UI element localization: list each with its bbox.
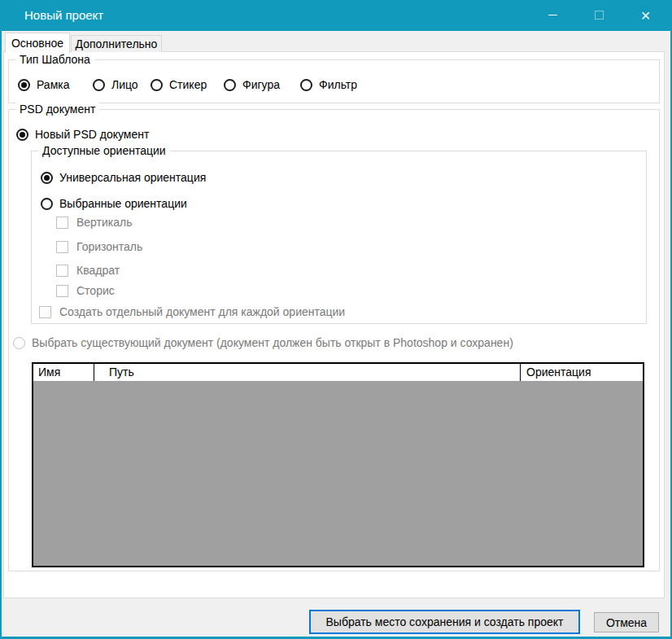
radio-label: Выбрать существующий документ (документ …	[32, 336, 513, 349]
psd-document-group-title: PSD документ	[15, 103, 99, 116]
radio-template-face[interactable]: Лицо	[93, 77, 138, 92]
radio-template-sticker[interactable]: Стикер	[151, 77, 207, 92]
checkbox-label: Горизонталь	[76, 240, 142, 253]
radio-icon	[300, 79, 312, 91]
radio-icon	[41, 198, 53, 210]
checkbox-label: Сторис	[76, 284, 115, 297]
checkbox-icon	[56, 241, 68, 253]
checkbox-icon	[56, 285, 68, 297]
tab-page-main: Тип Шаблона Рамка Лицо Стикер Фигура Фил…	[3, 51, 665, 598]
documents-table: Имя Путь Ориентация	[32, 362, 644, 567]
cancel-button[interactable]: Отмена	[594, 612, 659, 632]
radio-label: Выбранные ориентации	[59, 197, 187, 210]
close-button[interactable]: ×	[622, 0, 669, 30]
column-header-orientation[interactable]: Ориентация	[521, 364, 643, 381]
radio-template-filter[interactable]: Фильтр	[300, 77, 357, 92]
checkbox-square: Квадрат	[56, 263, 120, 278]
checkbox-separate-document: Создать отдельный документ для каждой ор…	[39, 304, 345, 319]
radio-label: Новый PSD документ	[35, 128, 149, 141]
window-controls: ×	[530, 0, 669, 30]
radio-label: Фильтр	[319, 78, 357, 91]
template-type-group-title: Тип Шаблона	[15, 53, 94, 66]
checkbox-horizontal: Горизонталь	[56, 239, 142, 254]
template-type-group: Тип Шаблона Рамка Лицо Стикер Фигура Фил…	[8, 59, 660, 103]
radio-existing-document: Выбрать существующий документ (документ …	[13, 335, 513, 350]
radio-new-psd-document[interactable]: Новый PSD документ	[16, 127, 149, 142]
radio-disabled-icon	[13, 337, 25, 349]
radio-universal-orientation[interactable]: Универсальная ориентация	[41, 170, 206, 185]
window-border-left	[0, 31, 2, 639]
radio-label: Фигура	[242, 78, 280, 91]
maximize-button	[576, 0, 622, 30]
new-project-dialog: Новый проект × Основное Дополнительно Ти…	[0, 0, 672, 639]
radio-label: Стикер	[169, 78, 207, 91]
radio-selected-orientations[interactable]: Выбранные ориентации	[41, 196, 187, 211]
checkbox-icon	[56, 265, 68, 277]
checkbox-label: Квадрат	[76, 264, 120, 277]
radio-selected-icon	[16, 129, 28, 141]
radio-icon	[151, 79, 163, 91]
window-title: Новый проект	[24, 0, 103, 31]
radio-label: Рамка	[37, 78, 70, 91]
minimize-icon	[548, 15, 557, 15]
documents-table-header: Имя Путь Ориентация	[33, 364, 643, 381]
radio-selected-icon	[18, 79, 30, 91]
checkbox-label: Вертикаль	[76, 216, 133, 229]
radio-template-figure[interactable]: Фигура	[224, 77, 280, 92]
checkbox-icon	[56, 217, 68, 229]
checkbox-icon	[39, 306, 51, 318]
column-header-name[interactable]: Имя	[33, 364, 94, 381]
create-project-button[interactable]: Выбрать место сохранения и создать проек…	[309, 610, 580, 634]
radio-label: Универсальная ориентация	[59, 171, 206, 184]
radio-template-frame[interactable]: Рамка	[18, 77, 70, 92]
close-icon: ×	[641, 7, 651, 24]
titlebar[interactable]: Новый проект ×	[0, 0, 672, 31]
radio-label: Лицо	[111, 78, 138, 91]
maximize-icon	[595, 11, 604, 20]
radio-selected-icon	[41, 172, 53, 184]
orientations-group-title: Доступные ориентации	[38, 144, 170, 157]
orientations-group: Доступные ориентации Универсальная ориен…	[31, 151, 647, 324]
documents-table-body[interactable]	[33, 381, 643, 566]
checkbox-label: Создать отдельный документ для каждой ор…	[59, 305, 345, 318]
tab-advanced[interactable]: Дополнительно	[71, 35, 162, 52]
tab-main[interactable]: Основное	[5, 33, 70, 53]
column-header-path[interactable]: Путь	[94, 364, 521, 381]
minimize-button[interactable]	[530, 0, 576, 30]
checkbox-stories: Сторис	[56, 283, 115, 298]
psd-document-group: PSD документ Новый PSD документ Доступны…	[8, 109, 660, 571]
radio-icon	[93, 79, 105, 91]
radio-icon	[224, 79, 236, 91]
checkbox-vertical: Вертикаль	[56, 215, 133, 230]
